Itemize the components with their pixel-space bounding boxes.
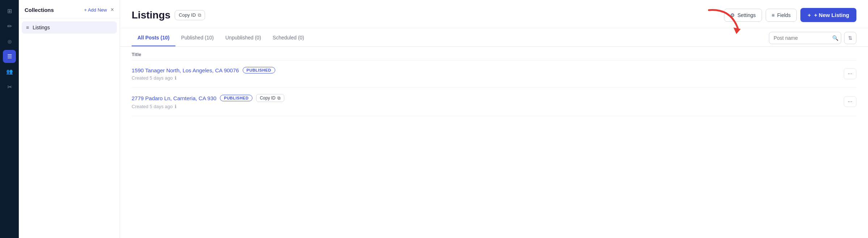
tabs: All Posts (10) Published (10) Unpublishe…	[132, 30, 310, 46]
tab-scheduled[interactable]: Scheduled (0)	[267, 30, 310, 46]
published-badge: PUBLISHED	[243, 67, 275, 73]
info-icon: ℹ	[175, 75, 176, 81]
search-input[interactable]	[769, 32, 841, 44]
copy-icon: ⧉	[277, 95, 281, 101]
copy-icon: ⧉	[198, 12, 201, 18]
published-badge: PUBLISHED	[220, 95, 252, 101]
gear-icon: ⚙	[730, 12, 735, 18]
tools-icon[interactable]: ✂	[3, 80, 16, 93]
listing-meta: Created 5 days ago ℹ	[132, 75, 275, 81]
plus-icon: +	[808, 12, 811, 18]
icon-rail: ⊞ ✏ ◎ ☰ 👥 ✂	[0, 0, 19, 238]
sidebar-header: Collections + Add New ×	[19, 0, 120, 18]
listing-title-row: 1590 Tanager North, Los Angeles, CA 9007…	[132, 67, 275, 73]
more-options-button[interactable]: ···	[844, 96, 856, 107]
tabs-bar: All Posts (10) Published (10) Unpublishe…	[120, 30, 868, 47]
search-area: 🔍 ⇅	[769, 32, 856, 44]
page-title-area: Listings Copy ID ⧉	[132, 9, 205, 21]
content-area: Title 1590 Tanager North, Los Angeles, C…	[120, 47, 868, 238]
sort-icon: ⇅	[848, 35, 852, 41]
new-listing-button[interactable]: + + New Listing	[800, 8, 856, 22]
page-title: Listings	[132, 9, 170, 21]
search-icon[interactable]: 🔍	[832, 35, 838, 41]
database-icon[interactable]: ☰	[3, 50, 16, 63]
top-bar-wrapper: Listings Copy ID ⧉ ⚙ Settings ≡ Fields +…	[120, 0, 868, 28]
list-icon: ≡	[26, 25, 29, 30]
listing-copy-id-button[interactable]: Copy ID ⧉	[256, 94, 284, 102]
top-actions: ⚙ Settings ≡ Fields + + New Listing	[724, 8, 856, 22]
listing-info: 1590 Tanager North, Los Angeles, CA 9007…	[132, 67, 275, 81]
sidebar-title: Collections	[25, 7, 54, 13]
top-bar: Listings Copy ID ⧉ ⚙ Settings ≡ Fields +…	[120, 0, 868, 28]
sidebar: Collections + Add New × ≡ Listings	[19, 0, 120, 238]
close-button[interactable]: ×	[111, 7, 114, 13]
sidebar-nav: ≡ Listings	[19, 18, 120, 37]
fields-icon: ≡	[772, 12, 775, 18]
tab-all-posts[interactable]: All Posts (10)	[132, 30, 175, 46]
pen-icon[interactable]: ✏	[3, 20, 16, 33]
sort-button[interactable]: ⇅	[844, 32, 856, 44]
settings-button[interactable]: ⚙ Settings	[724, 9, 762, 22]
listing-meta: Created 5 days ago ℹ	[132, 104, 284, 109]
grid-icon[interactable]: ⊞	[3, 4, 16, 17]
copy-id-label: Copy ID	[179, 12, 196, 18]
sidebar-item-label: Listings	[33, 25, 50, 30]
fields-button[interactable]: ≡ Fields	[766, 9, 797, 22]
search-input-wrapper: 🔍	[769, 32, 841, 44]
tab-published[interactable]: Published (10)	[175, 30, 220, 46]
listing-name: 2779 Padaro Ln, Carnteria, CA 930	[132, 95, 216, 101]
listing-title-row: 2779 Padaro Ln, Carnteria, CA 930 PUBLIS…	[132, 94, 284, 102]
people-icon[interactable]: 👥	[3, 65, 16, 78]
listing-info: 2779 Padaro Ln, Carnteria, CA 930 PUBLIS…	[132, 94, 284, 109]
table-header: Title	[132, 47, 856, 60]
info-icon: ℹ	[175, 104, 176, 109]
add-new-button[interactable]: + Add New	[84, 7, 107, 13]
more-options-button[interactable]: ···	[844, 68, 856, 79]
table-row[interactable]: 2779 Padaro Ln, Carnteria, CA 930 PUBLIS…	[132, 88, 856, 116]
listing-name: 1590 Tanager North, Los Angeles, CA 9007…	[132, 67, 239, 73]
signal-icon[interactable]: ◎	[3, 35, 16, 48]
main-content: Listings Copy ID ⧉ ⚙ Settings ≡ Fields +…	[120, 0, 868, 238]
tab-unpublished[interactable]: Unpublished (0)	[220, 30, 267, 46]
header-copy-id-button[interactable]: Copy ID ⧉	[175, 10, 205, 20]
table-row[interactable]: 1590 Tanager North, Los Angeles, CA 9007…	[132, 60, 856, 88]
sidebar-actions: + Add New ×	[84, 7, 114, 13]
sidebar-item-listings[interactable]: ≡ Listings	[22, 21, 117, 34]
